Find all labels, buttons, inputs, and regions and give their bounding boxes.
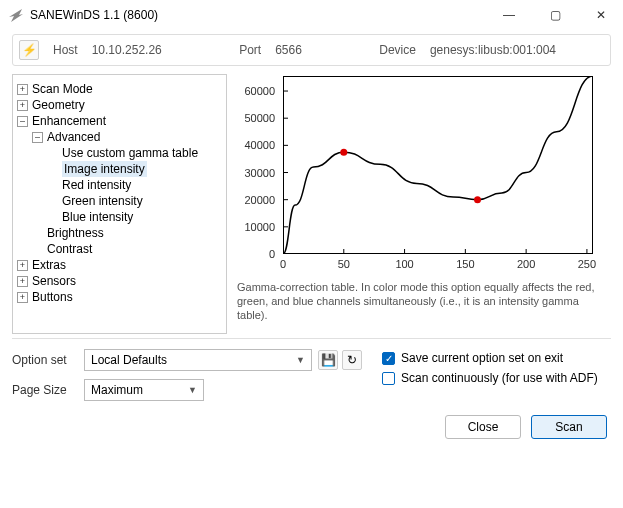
x-tick-label: 200: [517, 258, 535, 270]
tree-red-intensity[interactable]: Red intensity: [47, 177, 222, 193]
close-button[interactable]: Close: [445, 415, 521, 439]
window-title: SANEWinDS 1.1 (8600): [30, 8, 495, 22]
gamma-chart[interactable]: 0100002000030000400005000060000 05010015…: [237, 74, 611, 274]
connection-toolbar: ⚡ Host 10.10.252.26 Port 6566 Device gen…: [12, 34, 611, 66]
svg-point-14: [340, 149, 347, 156]
device-value: genesys:libusb:001:004: [430, 43, 556, 57]
app-icon: [8, 7, 24, 23]
scan-button[interactable]: Scan: [531, 415, 607, 439]
config-button[interactable]: ⚡: [19, 40, 39, 60]
save-option-set-button[interactable]: 💾: [318, 350, 338, 370]
expand-icon[interactable]: +: [17, 276, 28, 287]
tree-brightness[interactable]: Brightness: [32, 225, 222, 241]
tree-extras[interactable]: +Extras: [17, 257, 222, 273]
x-tick-label: 100: [395, 258, 413, 270]
options-tree[interactable]: +Scan Mode +Geometry –Enhancement –Advan…: [12, 74, 227, 334]
expand-icon[interactable]: +: [17, 100, 28, 111]
host-label: Host: [53, 43, 78, 57]
y-tick-label: 10000: [244, 221, 275, 233]
y-tick-label: 60000: [244, 85, 275, 97]
tree-image-intensity[interactable]: Image intensity: [47, 161, 222, 177]
tree-enhancement[interactable]: –Enhancement: [17, 113, 222, 129]
option-set-label: Option set: [12, 353, 76, 367]
tree-use-custom-gamma[interactable]: Use custom gamma table: [47, 145, 222, 161]
tree-sensors[interactable]: +Sensors: [17, 273, 222, 289]
x-tick-label: 50: [338, 258, 350, 270]
refresh-icon: ↻: [347, 353, 357, 367]
expand-icon[interactable]: +: [17, 84, 28, 95]
minimize-button[interactable]: —: [495, 8, 523, 22]
close-window-button[interactable]: ✕: [587, 8, 615, 22]
expand-icon[interactable]: +: [17, 292, 28, 303]
tree-blue-intensity[interactable]: Blue intensity: [47, 209, 222, 225]
maximize-button[interactable]: ▢: [541, 8, 569, 22]
y-tick-label: 40000: [244, 139, 275, 151]
floppy-icon: 💾: [321, 353, 336, 367]
tree-buttons[interactable]: +Buttons: [17, 289, 222, 305]
page-size-dropdown[interactable]: Maximum ▼: [84, 379, 204, 401]
save-on-exit-checkbox[interactable]: ✓ Save current option set on exit: [382, 351, 611, 365]
expand-icon[interactable]: +: [17, 260, 28, 271]
y-tick-label: 50000: [244, 112, 275, 124]
titlebar: SANEWinDS 1.1 (8600) — ▢ ✕: [0, 0, 623, 30]
collapse-icon[interactable]: –: [32, 132, 43, 143]
chevron-down-icon: ▼: [188, 385, 197, 395]
checkbox-icon: ✓: [382, 352, 395, 365]
device-label: Device: [379, 43, 416, 57]
option-set-dropdown[interactable]: Local Defaults ▼: [84, 349, 312, 371]
port-label: Port: [239, 43, 261, 57]
config-icon: ⚡: [22, 43, 37, 57]
svg-point-15: [474, 196, 481, 203]
y-tick-label: 30000: [244, 167, 275, 179]
page-size-label: Page Size: [12, 383, 76, 397]
refresh-option-set-button[interactable]: ↻: [342, 350, 362, 370]
tree-contrast[interactable]: Contrast: [32, 241, 222, 257]
tree-green-intensity[interactable]: Green intensity: [47, 193, 222, 209]
x-tick-label: 250: [578, 258, 596, 270]
x-tick-label: 0: [280, 258, 286, 270]
host-value: 10.10.252.26: [92, 43, 162, 57]
chevron-down-icon: ▼: [296, 355, 305, 365]
port-value: 6566: [275, 43, 302, 57]
collapse-icon[interactable]: –: [17, 116, 28, 127]
chart-description: Gamma-correction table. In color mode th…: [237, 280, 611, 322]
tree-geometry[interactable]: +Geometry: [17, 97, 222, 113]
scan-continuously-checkbox[interactable]: Scan continuously (for use with ADF): [382, 371, 611, 385]
x-tick-label: 150: [456, 258, 474, 270]
y-tick-label: 0: [269, 248, 275, 260]
y-tick-label: 20000: [244, 194, 275, 206]
tree-scan-mode[interactable]: +Scan Mode: [17, 81, 222, 97]
tree-advanced[interactable]: –Advanced: [32, 129, 222, 145]
svg-rect-0: [284, 77, 593, 254]
checkbox-icon: [382, 372, 395, 385]
